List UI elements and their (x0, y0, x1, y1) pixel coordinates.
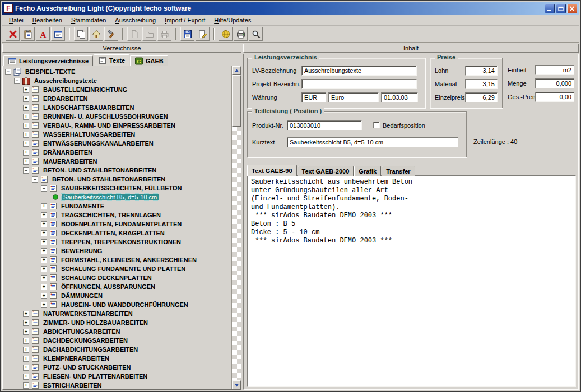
home-icon[interactable] (89, 27, 103, 41)
expand-toggle[interactable]: + (41, 221, 47, 227)
expand-toggle[interactable]: + (23, 338, 29, 344)
expand-toggle[interactable]: + (23, 105, 29, 111)
tree-item[interactable]: +ENTWÄSSERUNGSKANALARBEITEN (5, 139, 231, 148)
material-field[interactable]: 3,15 (465, 79, 498, 89)
tab-transfer[interactable]: Transfer (382, 166, 415, 176)
titlebar[interactable]: F Fecho Ausschreibung Light (C)opyright … (2, 2, 579, 15)
menge-field[interactable]: 0,000 (535, 78, 574, 88)
tree-item[interactable]: +FUNDAMENTE (5, 202, 231, 211)
tree-item[interactable]: −BEISPIEL-TEXTE (5, 67, 231, 76)
expand-toggle[interactable]: + (23, 311, 29, 317)
expand-toggle[interactable]: + (41, 248, 47, 254)
tree-item[interactable]: +PUTZ- UND STUCKARBEITEN (5, 363, 231, 372)
tree-item[interactable]: +FLIESEN- UND PLATTENARBEITEN (5, 372, 231, 381)
tree-item[interactable]: Sauberkeitsschicht B5, d=5-10 cm (5, 193, 231, 202)
save-icon[interactable] (180, 27, 194, 41)
font-icon[interactable]: A (36, 27, 50, 41)
waehrung-code-field[interactable]: EUR (301, 92, 326, 102)
tools-icon[interactable] (104, 27, 118, 41)
expand-toggle[interactable]: + (23, 96, 29, 102)
expand-toggle[interactable]: + (23, 150, 29, 156)
expand-toggle[interactable]: + (41, 212, 47, 218)
tree-item[interactable]: +BAUSTELLENEINRICHTUNG (5, 85, 231, 94)
expand-toggle[interactable]: + (23, 158, 29, 165)
expand-toggle[interactable]: + (41, 230, 47, 236)
scroll-down-button[interactable] (232, 380, 241, 389)
paste-icon[interactable] (21, 27, 35, 41)
tree-item[interactable]: +MAUERARBEITEN (5, 157, 231, 166)
expand-toggle[interactable]: + (41, 302, 47, 308)
minimize-button[interactable] (545, 4, 555, 13)
tree-item[interactable]: +TREPPEN, TREPPENKONSTRUKTIONEN (5, 237, 231, 246)
tree-item[interactable]: +SCHALUNG DECKENPLATTEN (5, 273, 231, 282)
tab-grafik[interactable]: Grafik (354, 166, 381, 176)
einheit-field[interactable]: m2 (535, 65, 574, 75)
expand-toggle[interactable]: + (23, 87, 29, 93)
tree-item[interactable]: +ZIMMER- UND HOLZBAUARBEITEN (5, 318, 231, 327)
maximize-button[interactable] (556, 4, 566, 13)
tree-item[interactable]: +ABDICHTUNGSARBEITEN (5, 327, 231, 336)
ges-preis-field[interactable]: 0,00 (535, 92, 574, 102)
web-update-icon[interactable] (219, 27, 233, 41)
collapse-toggle[interactable]: − (41, 185, 47, 192)
expand-toggle[interactable]: + (23, 347, 29, 353)
menu-item-import-export[interactable]: Import / Export (160, 16, 210, 25)
exit-icon[interactable] (6, 27, 20, 41)
menu-item-ausschreibung[interactable]: Ausschreibung (110, 16, 160, 25)
search-icon[interactable] (249, 27, 263, 41)
edit-icon[interactable] (196, 27, 210, 41)
menu-item-stammdaten[interactable]: Stammdaten (67, 16, 110, 25)
tab-text-gaeb-2000[interactable]: Text GAEB-2000 (298, 166, 354, 176)
collapse-toggle[interactable]: − (23, 167, 29, 174)
lohn-field[interactable]: 3,14 (465, 66, 498, 76)
tree-item[interactable]: +WASSERHALTUNGSARBEITEN (5, 130, 231, 139)
tree-item[interactable]: +DACHABDICHTUNGSARBEITEN (5, 345, 231, 354)
collapse-toggle[interactable]: − (14, 78, 20, 84)
expand-toggle[interactable]: + (41, 203, 47, 209)
tree-item[interactable]: −Ausschreibungstexte (5, 76, 231, 85)
tree-item[interactable]: +DÄMMUNGEN (5, 291, 231, 300)
expand-toggle[interactable]: + (23, 374, 29, 380)
scroll-track[interactable] (232, 75, 241, 380)
tab-texte[interactable]: Texte (94, 54, 129, 66)
menu-item-hilfe-updates[interactable]: Hilfe/Updates (210, 16, 255, 25)
collapse-toggle[interactable]: − (32, 176, 38, 183)
tree-item[interactable]: +LANDSCHAFTSBAUARBEITEN (5, 103, 231, 112)
menu-item-datei[interactable]: Datei (4, 16, 28, 25)
tree-item[interactable]: +BODENPLATTEN, FUNDAMENTPLATTEN (5, 220, 231, 228)
projekt-bezeichnung-field[interactable] (301, 79, 417, 89)
tree-item[interactable]: +TRAGSCHICHTEN, TRENNLAGEN (5, 211, 231, 220)
tree-item[interactable]: −BETON- UND STAHLBETONARBEITEN (5, 166, 231, 175)
expand-toggle[interactable]: + (23, 132, 29, 138)
scroll-up-button[interactable] (232, 66, 241, 75)
waehrung-datum-field[interactable]: 01.03.03 (381, 92, 418, 102)
expand-toggle[interactable]: + (23, 141, 29, 147)
expand-toggle[interactable]: + (23, 114, 29, 120)
tree-item[interactable]: +FORMSTAHL, KLEINEISEN, ANKERSCHIENEN (5, 255, 231, 264)
kurztext-field[interactable]: Sauberkeitsschicht B5, d=5-10 cm (287, 137, 458, 147)
menu-item-bearbeiten[interactable]: Bearbeiten (28, 16, 67, 25)
expand-toggle[interactable]: + (23, 365, 29, 371)
bedarfsposition-checkbox[interactable] (373, 122, 380, 128)
tree-item[interactable]: +HAUSEIN- UND WANDDURCHFÜHRUNGEN (5, 300, 231, 309)
tree-item[interactable]: +VERBAU-, RAMM- UND EINPRESSARBEITEN (5, 121, 231, 130)
expand-toggle[interactable]: + (23, 123, 29, 129)
expand-toggle[interactable]: + (41, 275, 47, 281)
tree-item[interactable]: +DACHDECKUNGSARBEITEN (5, 336, 231, 345)
tree-item[interactable]: +SCHALUNG FUNDAMENTE UND PLATTEN (5, 264, 231, 273)
waehrung-name-field[interactable]: Euro (328, 92, 379, 102)
tab-text-gaeb-90[interactable]: Text GAEB-90 (247, 165, 297, 176)
expand-toggle[interactable]: + (23, 382, 29, 389)
tree-item[interactable]: +KLEMPNERARBEITEN (5, 354, 231, 363)
tree-item[interactable]: −BETON- UND STAHLBETONARBEITEN (5, 175, 231, 184)
expand-toggle[interactable]: + (23, 356, 29, 362)
einzelpreis-field[interactable]: 6,29 (465, 92, 498, 102)
expand-toggle[interactable]: + (41, 239, 47, 245)
tree-item[interactable]: +ÖFFNUNGEN, AUSSPARUNGEN (5, 282, 231, 291)
tree-item[interactable]: +ERDARBEITEN (5, 94, 231, 103)
tree-item[interactable]: +BRUNNEN- U. AUFSCHLUSSBOHRUNGEN (5, 112, 231, 121)
form-icon[interactable] (51, 27, 65, 41)
tree-item[interactable]: +DRÄNARBEITEN (5, 148, 231, 157)
lv-bezeichnung-field[interactable]: Ausschreibungstexte (301, 66, 417, 76)
produkt-nr-field[interactable]: 013003010 (287, 120, 362, 130)
